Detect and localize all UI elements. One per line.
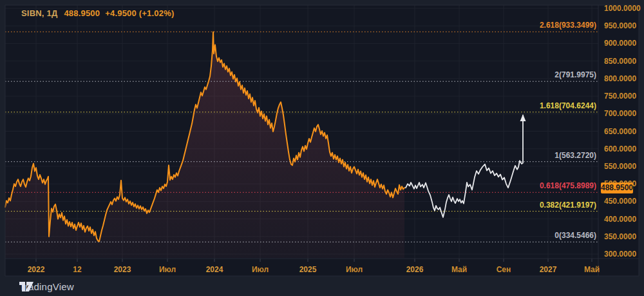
legend-last-price: 488.9500 <box>64 8 100 18</box>
price-tick-label: 900.0000 <box>604 39 636 47</box>
tradingview-attribution[interactable]: TradingView <box>19 281 74 292</box>
fib-level-label[interactable]: 2.618(933.3499) <box>540 21 596 29</box>
time-tick-label: 2027 <box>540 265 557 274</box>
price-tick-label: 950.0000 <box>604 22 636 30</box>
fib-level-label[interactable]: 1.618(704.6244) <box>540 102 596 110</box>
time-tick-label: 2026 <box>406 265 424 274</box>
chart-widget: SIBN, 1Д488.9500+4.9500 (+1.02%) 1000.00… <box>0 0 644 296</box>
price-tick-label: 450.0000 <box>604 197 636 205</box>
fib-level-label[interactable]: 2(791.9975) <box>554 71 596 79</box>
fib-level-label[interactable]: 0.618(475.8989) <box>540 182 596 190</box>
time-tick-label: 2025 <box>299 265 317 274</box>
price-tick-label: 1000.0000 <box>604 5 641 12</box>
price-tick-label: 300.0000 <box>604 250 636 258</box>
time-tick-label: Май <box>584 265 600 274</box>
fib-level-label[interactable]: 1(563.2720) <box>554 152 596 159</box>
price-tick-label: 850.0000 <box>604 57 636 65</box>
price-tick-label: 650.0000 <box>604 128 636 135</box>
time-tick-label: Июл <box>159 265 176 274</box>
price-tick-label: 400.0000 <box>604 215 636 223</box>
price-tick-label: 750.0000 <box>604 92 636 100</box>
fib-level-label[interactable]: 0(334.5466) <box>554 232 596 239</box>
tradingview-logo-icon <box>19 281 34 292</box>
price-tick-label: 350.0000 <box>604 233 636 241</box>
price-tick-label: 600.0000 <box>604 145 636 153</box>
time-tick-label: Июл <box>346 265 363 274</box>
time-tick-label: 12 <box>73 265 81 274</box>
price-chart-canvas[interactable] <box>0 0 644 296</box>
legend-change: +4.9500 (+1.02%) <box>105 8 174 18</box>
time-tick-label: Сен <box>497 265 511 274</box>
symbol-legend: SIBN, 1Д488.9500+4.9500 (+1.02%) <box>21 8 179 18</box>
price-tick-label: 800.0000 <box>604 75 636 83</box>
fib-level-label[interactable]: 0.382(421.9197) <box>540 201 596 209</box>
time-tick-label: 2023 <box>114 265 131 274</box>
time-tick-label: Май <box>451 265 467 274</box>
time-tick-label: 2024 <box>206 265 223 274</box>
last-price-badge: 488.9500 <box>601 183 633 193</box>
price-tick-label: 700.0000 <box>604 110 636 117</box>
price-tick-label: 550.0000 <box>604 163 636 170</box>
time-tick-label: Июл <box>252 265 269 274</box>
symbol-title[interactable]: SIBN, 1Д <box>21 8 57 18</box>
time-tick-label: 2022 <box>28 265 45 274</box>
